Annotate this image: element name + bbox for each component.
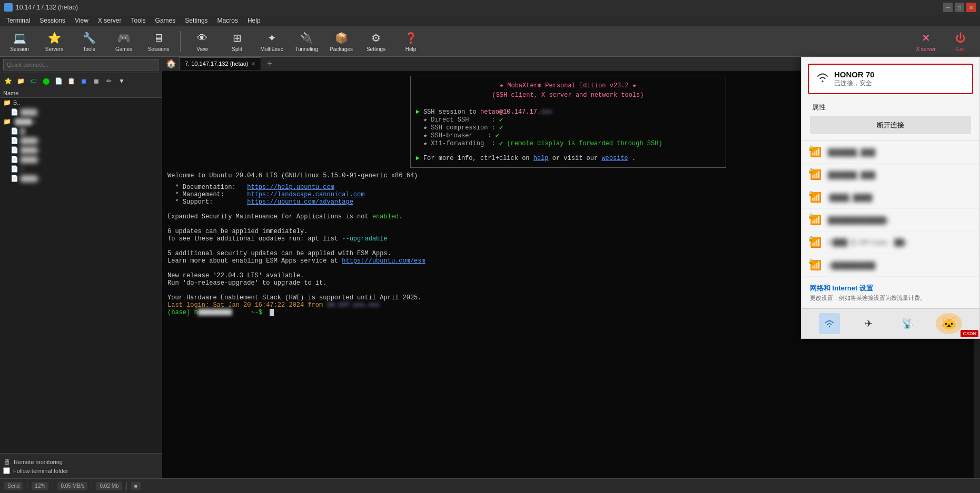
status-sep-3: [92, 482, 92, 490]
status-bar: Send 12% 0.05 MB/s 0.02 Mb ■: [0, 478, 980, 493]
list-item[interactable]: 📄 ████: [0, 107, 162, 117]
status-indicator: ■: [131, 482, 141, 490]
xserver-button[interactable]: ✕ X server: [910, 28, 941, 54]
menu-xserver[interactable]: X server: [94, 16, 126, 25]
minimize-button[interactable]: ─: [943, 3, 953, 12]
quick-connect-input[interactable]: [3, 59, 159, 71]
menu-view[interactable]: View: [71, 16, 93, 25]
wifi-taskbar-wifi-icon[interactable]: [819, 313, 840, 334]
wifi-settings-link[interactable]: 网络和 Internet 设置: [810, 284, 971, 293]
sidebar-folder-btn[interactable]: 📁: [15, 75, 26, 87]
status-send: Send: [4, 482, 23, 490]
support-link[interactable]: https://ubuntu.com/advantage: [247, 198, 353, 206]
games-button[interactable]: 🎮 Games: [108, 28, 139, 54]
wifi-lock-icon-4: 🔒📶: [810, 214, 821, 226]
session-button[interactable]: 💻 Session: [4, 28, 35, 54]
follow-terminal-checkbox[interactable]: [3, 467, 10, 474]
direct-ssh-line: ★ Direct SSH : ✔: [416, 116, 720, 124]
wifi-taskbar-signal-icon[interactable]: 📡: [897, 313, 918, 334]
servers-button[interactable]: ⭐ Servers: [39, 28, 70, 54]
sidebar-gray-btn[interactable]: ◼: [91, 75, 102, 87]
tab-close-btn[interactable]: ✕: [251, 61, 255, 67]
x11-line: ★ X11-forwarding : ✔ (remote display is …: [416, 139, 720, 147]
mgmt-link[interactable]: https://landscape.canonical.com: [247, 191, 364, 198]
settings-button[interactable]: ⚙ Settings: [361, 28, 391, 54]
info-arrow: ►: [416, 155, 423, 162]
tunneling-button[interactable]: 🔌 Tunneling: [291, 28, 322, 54]
maximize-button[interactable]: □: [955, 3, 964, 12]
exit-label: Exit: [956, 46, 965, 52]
doc-link[interactable]: https://help.ubuntu.com: [247, 184, 334, 191]
wifi-network-item-4[interactable]: 🔒📶 ████████████x: [801, 209, 979, 232]
menu-sessions[interactable]: Sessions: [35, 16, 70, 25]
list-item[interactable]: 📄 ████s: [0, 145, 162, 155]
list-item[interactable]: 📄 2: [0, 164, 162, 174]
sidebar-nav-btn[interactable]: 📋: [65, 75, 77, 87]
sidebar-down-arrow[interactable]: ▼: [116, 75, 127, 87]
status-sep-1: [27, 482, 27, 490]
menu-help[interactable]: Help: [243, 16, 265, 25]
sidebar-pencil-btn[interactable]: ✏: [103, 75, 115, 87]
wifi-network-item-2[interactable]: 🔒📶 ██████_███: [801, 164, 979, 186]
sidebar-toolbar: ⭐ 📁 🏷 ⬤ 📄 📋 ◼ ◼ ✏ ▼: [0, 73, 162, 89]
multiexec-button[interactable]: ✦ MultiExec: [256, 28, 287, 54]
view-button[interactable]: 👁 View: [187, 28, 217, 54]
ssh-browser-label: ★ SSH-browser :: [423, 132, 496, 139]
avatar-icon[interactable]: 🐱: [936, 313, 962, 334]
exit-button[interactable]: ⏻ Exit: [945, 28, 976, 54]
menu-games[interactable]: Games: [151, 16, 180, 25]
wifi-properties-link[interactable]: 属性: [801, 100, 979, 116]
home-tab[interactable]: 🏠: [164, 57, 178, 70]
view-icon: 👁: [195, 31, 210, 45]
follow-terminal-item[interactable]: Follow terminal folder: [3, 467, 159, 474]
ssh-session-text: SSH session to: [423, 108, 480, 116]
wifi-network-item-6[interactable]: 🔒📶 e█████████: [801, 254, 979, 277]
website-link[interactable]: website: [601, 155, 628, 162]
wifi-network-item-1[interactable]: 🔒📶 ██████_███: [801, 141, 979, 164]
sidebar-tag-btn[interactable]: 🏷: [27, 75, 39, 87]
list-item[interactable]: 📄 ████y: [0, 155, 162, 164]
sidebar-green-circle[interactable]: ⬤: [40, 75, 52, 87]
menu-settings[interactable]: Settings: [181, 16, 212, 25]
sessions-button[interactable]: 🖥 Sessions: [143, 28, 174, 54]
menu-macros[interactable]: Macros: [213, 16, 242, 25]
direct-ssh-check: ✔: [499, 116, 503, 124]
terminal-tab[interactable]: 7. 10.147.17.132 (hetao) ✕: [179, 57, 261, 70]
last-login-text: Last login: Sat Jan 20 16:47:22 2024 fro…: [167, 301, 326, 309]
wifi-disconnect-button[interactable]: 断开连接: [810, 116, 971, 134]
sidebar-blue-btn[interactable]: ◼: [78, 75, 90, 87]
list-item[interactable]: 📄 ████s: [0, 136, 162, 145]
wifi-connected-card[interactable]: HONOR 70 已连接，安全: [808, 64, 973, 94]
enabled-text: enabled.: [372, 213, 403, 220]
menu-terminal[interactable]: Terminal: [2, 16, 34, 25]
split-button[interactable]: ⊞ Split: [222, 28, 252, 54]
wifi-settings-section: 网络和 Internet 设置 更改设置，例如将某连接设置为按流量计费。: [801, 277, 979, 308]
wifi-network-item-3[interactable]: 🔒📶 \████_████: [801, 186, 979, 209]
help-button[interactable]: ❓ Help: [395, 28, 426, 54]
remote-monitoring-item[interactable]: 🖥 Remote monitoring: [3, 458, 159, 466]
list-item[interactable]: 📁 r████ct: [0, 117, 162, 126]
file-name: ████s: [21, 147, 40, 153]
wifi-name-2: ██████_███: [828, 171, 971, 179]
wifi-network-list: 🔒📶 ██████_███ 🔒📶 ██████_███ 🔒📶 \████_███…: [801, 140, 979, 277]
wifi-network-item-5[interactable]: 🔒📶 D███ 见 VIP Case... ██v: [801, 232, 979, 254]
packages-button[interactable]: 📦 Packages: [326, 28, 357, 54]
status-sep-2: [53, 482, 53, 490]
list-item[interactable]: 📄 █: [0, 126, 162, 136]
menu-tools[interactable]: Tools: [127, 16, 150, 25]
help-link[interactable]: help: [533, 155, 549, 162]
settings-label: Settings: [367, 46, 385, 52]
sidebar-file-btn[interactable]: 📄: [53, 75, 64, 87]
list-item[interactable]: 📁 B..: [0, 98, 162, 107]
xserver-label: X server: [916, 46, 935, 52]
sidebar-star-btn[interactable]: ⭐: [2, 75, 14, 87]
view-label: View: [196, 46, 208, 52]
add-tab-button[interactable]: ＋: [263, 57, 276, 70]
file-list[interactable]: 📁 B.. 📄 ████ 📁 r████ct 📄 █ 📄 ████s 📄: [0, 98, 162, 453]
file-name: r████ct: [13, 118, 36, 125]
wifi-taskbar-airplane-icon[interactable]: ✈: [858, 313, 879, 334]
esm-link[interactable]: https://ubuntu.com/esm: [342, 257, 425, 265]
close-button[interactable]: ✕: [966, 3, 976, 12]
list-item[interactable]: 📄 ████s: [0, 174, 162, 183]
tools-button[interactable]: 🔧 Tools: [74, 28, 104, 54]
